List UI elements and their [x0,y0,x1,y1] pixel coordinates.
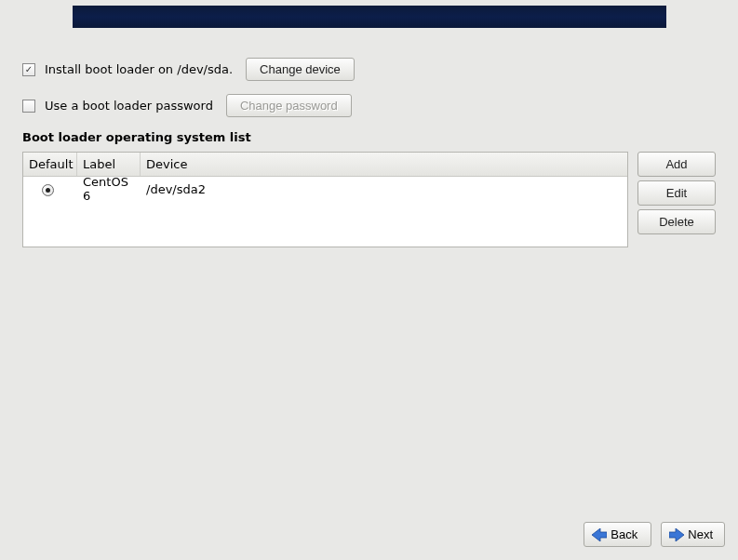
row-device: /dev/sda2 [141,182,627,196]
next-button[interactable]: Next [661,522,725,547]
delete-button[interactable]: Delete [637,209,716,234]
use-password-checkbox[interactable] [22,100,35,113]
install-bootloader-checkbox[interactable] [22,63,35,76]
col-label[interactable]: Label [77,153,141,176]
back-label: Back [611,527,637,541]
use-password-row: Use a boot loader password Change passwo… [22,94,716,117]
table-row[interactable]: CentOS 6 /dev/sda2 [23,177,627,199]
install-bootloader-row: Install boot loader on /dev/sda. Change … [22,58,716,81]
install-bootloader-label: Install boot loader on /dev/sda. [45,62,233,76]
use-password-label: Use a boot loader password [45,99,213,113]
arrow-right-icon [669,528,684,541]
edit-button[interactable]: Edit [637,180,716,206]
back-button[interactable]: Back [584,522,651,547]
os-table-header: Default Label Device [23,153,627,177]
header-banner [73,6,666,28]
os-table[interactable]: Default Label Device CentOS 6 /dev/sda2 [22,152,628,247]
add-button[interactable]: Add [637,152,716,177]
arrow-left-icon [592,528,607,541]
next-label: Next [688,527,713,541]
svg-marker-1 [669,528,684,541]
col-default[interactable]: Default [23,153,77,176]
svg-marker-0 [592,528,607,541]
default-radio[interactable] [42,184,54,196]
col-device[interactable]: Device [141,153,627,176]
row-label: CentOS 6 [77,175,141,203]
os-list-title: Boot loader operating system list [22,130,716,144]
change-password-button: Change password [226,94,352,117]
change-device-button[interactable]: Change device [246,58,355,81]
